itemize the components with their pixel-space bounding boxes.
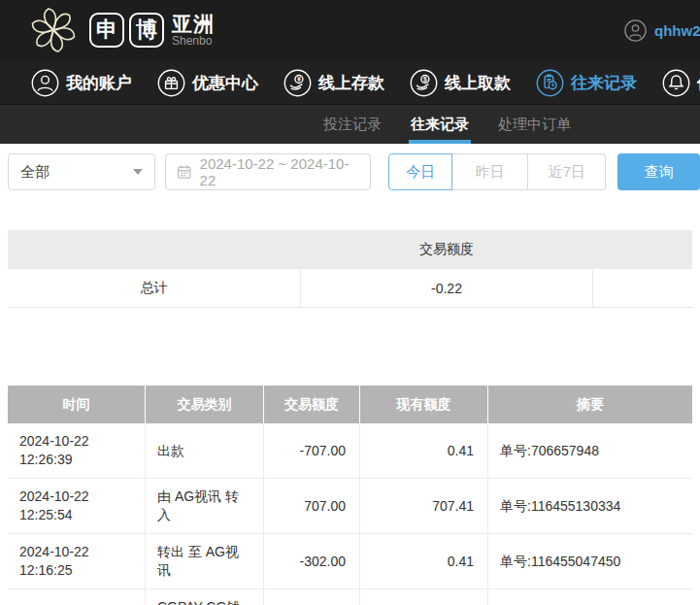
cell-type: CGPAY-CG钱包支付笔笔送优惠 xyxy=(146,589,264,605)
transactions-table: 时间 交易类别 交易额度 现有额度 摘要 2024-10-22 12:26:39… xyxy=(8,386,692,605)
svg-text:¥: ¥ xyxy=(297,76,301,83)
nav-item-messages[interactable]: 信息 xyxy=(662,69,700,97)
tab-betting-records[interactable]: 投注记录 xyxy=(323,105,382,144)
calendar-icon xyxy=(177,164,191,180)
nav-label: 线上存款 xyxy=(318,72,384,94)
cell-type: 出款 xyxy=(146,423,264,478)
app-header: 申 博 亚洲 Shenbo qhhw2 xyxy=(0,0,700,62)
svg-text:$: $ xyxy=(423,76,427,84)
cell-time: 2024-10-22 12:16:25 xyxy=(8,534,146,588)
table-row: 2024-10-22 12:26:39 出款 -707.00 0.41 单号:7… xyxy=(8,423,692,479)
sub-nav: 投注记录 往来记录 处理中订单 xyxy=(0,105,700,144)
today-button[interactable]: 今日 xyxy=(388,153,452,190)
tab-processing-orders[interactable]: 处理中订单 xyxy=(498,105,571,144)
summary-header-label: 交易额度 xyxy=(300,241,593,258)
table-row: 2024-10-22 12:16:14 CGPAY-CG钱包支付笔笔送优惠 1.… xyxy=(8,589,692,605)
bell-icon xyxy=(662,69,690,97)
cell-balance: 302.41 xyxy=(360,589,488,605)
col-header-summary: 摘要 xyxy=(488,386,692,423)
cell-time: 2024-10-22 12:25:54 xyxy=(8,479,146,533)
cell-summary: 单号:202410233761280305 xyxy=(488,589,692,605)
table-row: 2024-10-22 12:16:25 转出 至 AG视讯 -302.00 0.… xyxy=(8,534,692,589)
gift-icon xyxy=(157,69,185,97)
cell-amount: -302.00 xyxy=(264,534,360,588)
nav-item-transaction-records[interactable]: 往来记录 xyxy=(536,69,637,97)
logo-region-text: 亚洲 xyxy=(172,14,215,35)
table-row: 2024-10-22 12:25:54 由 AG视讯 转入 707.00 707… xyxy=(8,479,692,534)
quick-date-group: 今日 昨日 近7日 xyxy=(388,153,606,190)
logo-char-box-2: 博 xyxy=(129,13,164,48)
last-7-days-button[interactable]: 近7日 xyxy=(528,153,606,190)
logo-brand-en: Shenbo xyxy=(172,35,215,48)
user-avatar-icon xyxy=(624,19,647,42)
cell-type: 由 AG视讯 转入 xyxy=(146,479,264,533)
col-header-type: 交易类别 xyxy=(146,386,264,423)
nav-label: 优惠中心 xyxy=(192,72,258,94)
table-header-row: 时间 交易类别 交易额度 现有额度 摘要 xyxy=(8,386,692,423)
cell-amount: -707.00 xyxy=(264,423,360,478)
col-header-amount: 交易额度 xyxy=(264,386,360,423)
main-nav: 我的账户 优惠中心 ¥ 线上存款 $ 线上取款 xyxy=(0,62,700,105)
date-range-input[interactable]: 2024-10-22 ~ 2024-10-22 xyxy=(165,153,371,190)
nav-item-online-deposit[interactable]: ¥ 线上存款 xyxy=(283,69,384,97)
summary-total-value: -0.22 xyxy=(300,269,593,307)
username-text: qhhw2 xyxy=(654,22,700,39)
tab-transaction-records[interactable]: 往来记录 xyxy=(411,105,469,144)
filter-bar: 全部 2024-10-22 ~ 2024-10-22 今日 昨日 近7日 查询 xyxy=(0,153,700,190)
summary-total-label: 总计 xyxy=(8,269,300,307)
deposit-icon: ¥ xyxy=(283,69,312,97)
summary-header-row: 交易额度 xyxy=(8,230,692,269)
account-icon xyxy=(31,69,59,97)
cell-time: 2024-10-22 12:26:39 xyxy=(8,423,146,478)
cell-amount: 707.00 xyxy=(264,479,360,533)
col-header-time: 时间 xyxy=(8,386,146,423)
date-range-value: 2024-10-22 ~ 2024-10-22 xyxy=(200,155,360,188)
cell-balance: 0.41 xyxy=(360,423,488,478)
cell-summary: 单号:116455130334 xyxy=(488,479,692,533)
nav-item-my-account[interactable]: 我的账户 xyxy=(31,69,132,97)
query-button[interactable]: 查询 xyxy=(617,153,700,190)
brand-logo[interactable]: 申 博 亚洲 Shenbo xyxy=(27,4,215,56)
flower-logo-icon xyxy=(27,4,80,56)
summary-total-row: 总计 -0.22 xyxy=(8,269,692,308)
nav-label: 线上取款 xyxy=(445,72,511,94)
cell-summary: 单号:706657948 xyxy=(488,423,692,478)
cell-balance: 0.41 xyxy=(360,534,488,588)
chevron-down-icon xyxy=(133,169,143,175)
type-select-value: 全部 xyxy=(20,163,50,182)
yesterday-button[interactable]: 昨日 xyxy=(452,153,528,190)
records-icon xyxy=(536,69,564,97)
col-header-balance: 现有额度 xyxy=(360,386,488,423)
withdraw-icon: $ xyxy=(410,69,438,97)
summary-table: 交易额度 总计 -0.22 xyxy=(8,230,692,308)
nav-label: 往来记录 xyxy=(571,72,637,94)
nav-label: 我的账户 xyxy=(66,72,132,94)
user-account[interactable]: qhhw2 xyxy=(624,19,700,42)
nav-item-promo-center[interactable]: 优惠中心 xyxy=(157,69,258,97)
logo-char-box-1: 申 xyxy=(89,13,124,48)
cell-balance: 707.41 xyxy=(360,479,488,533)
cell-summary: 单号:116455047450 xyxy=(488,534,692,588)
type-select[interactable]: 全部 xyxy=(8,153,155,190)
cell-time: 2024-10-22 12:16:14 xyxy=(8,589,146,605)
cell-amount: 1.50 xyxy=(264,589,360,605)
cell-type: 转出 至 AG视讯 xyxy=(146,534,264,588)
summary-empty-cell xyxy=(593,269,692,307)
nav-item-online-withdraw[interactable]: $ 线上取款 xyxy=(410,69,511,97)
